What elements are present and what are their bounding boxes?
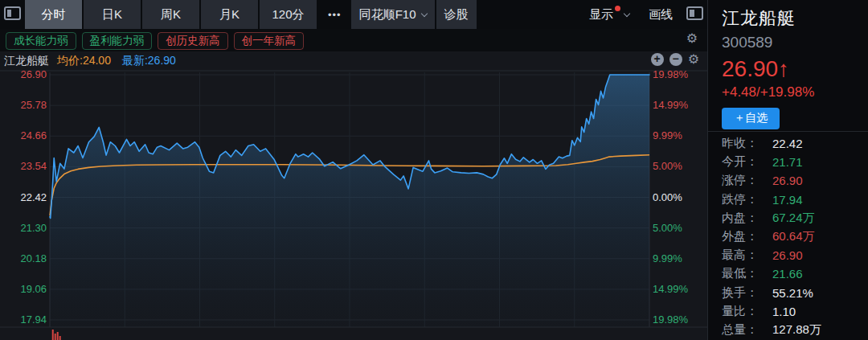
stat-label: 跌停： (722, 192, 766, 207)
toolbar-spacer (478, 0, 579, 29)
price-axis-label: 20.18 (0, 252, 47, 264)
stock-name: 江龙船艇 (722, 6, 868, 31)
display-menu-button[interactable]: 显示 (579, 0, 639, 29)
left-panel-toggle[interactable] (2, 4, 23, 25)
stat-value: 60.64万 (772, 229, 815, 244)
percent-axis-label: 14.99% (653, 283, 688, 295)
signal-tag[interactable]: 成长能力弱 (6, 32, 76, 50)
price-axis-label: 17.94 (0, 313, 47, 326)
percent-axis-label: 5.00% (653, 222, 682, 234)
stat-row: 最低：21.66 (722, 264, 862, 283)
stat-value: 21.66 (772, 267, 803, 281)
percent-axis-label: 9.99% (653, 252, 682, 264)
stat-label: 外盘： (722, 229, 766, 244)
percent-axis-label: 19.98% (653, 313, 688, 326)
stat-value: 26.90 (772, 248, 803, 262)
stat-value: 17.94 (772, 193, 803, 207)
current-price: 26.90↑ (722, 56, 868, 82)
percent-axis-label: 9.99% (653, 129, 682, 141)
display-label: 显示 (589, 7, 613, 23)
add-watchlist-button[interactable]: ＋自选 (722, 108, 780, 129)
signal-tag[interactable]: 创一年新高 (234, 32, 305, 50)
toolbar: 分时日K周K月K120分 ••• 同花顺F10 诊股 显示 画线 (0, 0, 707, 29)
panel-divider (708, 131, 868, 132)
price-axis-label: 23.54 (0, 160, 47, 172)
stat-row: 量比：1.10 (722, 302, 862, 321)
ths-f10-button[interactable]: 同花顺F10 (351, 0, 435, 29)
last-price-label: 最新:26.90 (122, 54, 176, 68)
ths-f10-label: 同花顺F10 (359, 7, 416, 23)
stat-row: 昨收：22.42 (722, 134, 862, 153)
price-axis-label: 22.42 (0, 191, 47, 203)
stat-label: 昨收： (722, 136, 766, 151)
stat-label: 内盘： (722, 211, 766, 226)
zoom-in-icon[interactable] (651, 53, 664, 66)
chart-tools: ⚙ (651, 53, 699, 66)
stat-row: 外盘：60.64万 (722, 227, 862, 246)
stat-row: 换手：55.21% (722, 284, 862, 302)
notification-dot-icon (615, 6, 620, 11)
percent-axis-label: 0.00% (653, 191, 682, 203)
percent-axis-label: 14.99% (653, 99, 688, 111)
quote-panel: 江龙船艇 300589 26.90↑ +4.48/+19.98% ＋自选 昨收：… (707, 0, 868, 340)
stock-code: 300589 (722, 34, 868, 51)
chevron-down-icon (420, 10, 427, 16)
tab-日K[interactable]: 日K (84, 0, 141, 29)
signal-tag[interactable]: 创历史新高 (158, 32, 228, 50)
chart-header: 江龙船艇 均价:24.00 最新:26.90 (0, 51, 707, 71)
stat-value: 55.21% (772, 286, 813, 300)
signal-tag[interactable]: 盈利能力弱 (82, 32, 153, 50)
chart-pane: 分时日K周K月K120分 ••• 同花顺F10 诊股 显示 画线 成长能力弱盈利… (0, 0, 707, 340)
chart-stock-name: 江龙船艇 (4, 54, 49, 68)
chart-settings-gear-icon[interactable]: ⚙ (688, 53, 699, 66)
stock-app-window: 分时日K周K月K120分 ••• 同花顺F10 诊股 显示 画线 成长能力弱盈利… (0, 0, 868, 340)
tab-分时[interactable]: 分时 (25, 0, 82, 29)
chevron-down-icon (624, 10, 630, 16)
quote-stats: 昨收：22.42今开：21.71涨停：26.90跌停：17.94内盘：67.24… (722, 134, 862, 339)
price-axis-label: 21.30 (0, 222, 47, 234)
period-tabs: 分时日K周K月K120分 (25, 0, 318, 29)
stat-row: 总量：127.88万 (722, 321, 862, 339)
right-panel-toggle[interactable] (685, 4, 705, 25)
stat-value: 21.71 (772, 155, 803, 169)
price-change: +4.48/+19.98% (722, 84, 868, 100)
stat-label: 涨停： (722, 173, 766, 188)
intraday-chart-canvas[interactable] (0, 51, 707, 340)
stat-label: 最高： (722, 248, 766, 263)
stat-row: 内盘：67.24万 (722, 209, 862, 227)
diagnose-button[interactable]: 诊股 (436, 0, 477, 29)
zoom-out-icon[interactable] (669, 53, 682, 66)
stat-row: 最高：26.90 (722, 246, 862, 264)
avg-price-label: 均价:24.00 (57, 54, 111, 68)
stat-value: 127.88万 (772, 322, 821, 338)
left-panel-icon (4, 6, 21, 23)
more-periods-button[interactable]: ••• (318, 0, 351, 29)
stat-row: 涨停：26.90 (722, 171, 862, 190)
settings-gear-icon[interactable]: ⚙ (686, 32, 698, 45)
stat-label: 今开： (722, 154, 766, 170)
stat-label: 换手： (722, 285, 766, 301)
price-axis-label: 25.78 (0, 99, 47, 111)
stat-row: 今开：21.71 (722, 153, 862, 171)
tab-月K[interactable]: 月K (201, 0, 258, 29)
stat-value: 67.24万 (772, 211, 815, 226)
stat-value: 1.10 (772, 305, 796, 318)
stat-value: 26.90 (772, 174, 803, 187)
tab-周K[interactable]: 周K (142, 0, 199, 29)
stat-value: 22.42 (772, 137, 803, 150)
draw-line-button[interactable]: 画线 (639, 0, 682, 29)
stat-label: 最低： (722, 266, 766, 281)
stat-label: 总量： (722, 322, 766, 338)
stat-row: 跌停：17.94 (722, 190, 862, 209)
stat-label: 量比： (722, 304, 766, 319)
intraday-chart-region[interactable]: 江龙船艇 均价:24.00 最新:26.90 ⚙ 26.9025.7824.66… (0, 51, 707, 340)
tag-bar: 成长能力弱盈利能力弱创历史新高创一年新高 ⚙ (0, 29, 707, 51)
percent-axis-label: 5.00% (653, 160, 682, 172)
tab-120分[interactable]: 120分 (260, 0, 317, 29)
price-axis-label: 24.66 (0, 129, 47, 141)
price-axis-label: 19.06 (0, 283, 47, 295)
right-panel-icon (686, 6, 703, 23)
